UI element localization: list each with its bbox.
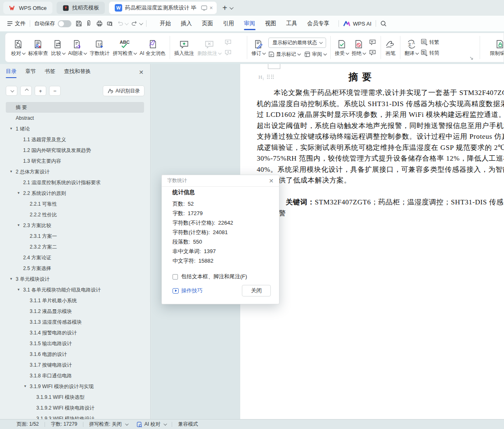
toc-item[interactable]: ▼2.3 方案比较 [6, 220, 144, 231]
ai-recognize-toc-button[interactable]: AI识别目录 [103, 85, 144, 96]
new-tab-button[interactable]: + [222, 3, 227, 13]
sidebar-tab-chapter[interactable]: 章节 [25, 64, 36, 81]
ai-polish-button[interactable]: AI 全文润色 [138, 34, 167, 61]
toc-item[interactable]: 摘 要 [6, 102, 144, 113]
collapse-arrow-icon[interactable]: ▼ [17, 188, 20, 199]
toc-item[interactable]: ▼3.1.9 WIFI 模块的设计与实现 [6, 381, 144, 392]
prev-comment-icon[interactable] [225, 39, 232, 45]
close-button[interactable]: 关闭 [242, 285, 271, 296]
expand-all-button[interactable] [20, 86, 32, 96]
status-spellcheck[interactable]: 拼写检查: 关闭 [89, 421, 128, 428]
document-page[interactable]: H₁ 摘 要 本论文聚焦于药品柜环境管理需求,设计并实现了一套基于 STM32F… [240, 64, 504, 419]
sidebar-tab-find-replace[interactable]: 查找和替换 [64, 64, 91, 81]
track-changes-button[interactable]: 修订 [250, 34, 267, 61]
collapse-arrow-icon[interactable]: ▼ [17, 284, 20, 295]
toc-item[interactable]: 3.1.6 电源的设计 [6, 349, 144, 360]
collapse-arrow-icon[interactable]: ▼ [24, 381, 27, 392]
toc-item[interactable]: ▼2.2 系统设计的原则 [6, 188, 144, 199]
toc-item[interactable]: 3.1.9.1 WIFI 模块选型 [6, 392, 144, 403]
output-pdf-icon[interactable] [86, 20, 92, 27]
menu-review[interactable]: 审阅 [244, 16, 255, 31]
menu-tools[interactable]: 工具 [286, 16, 297, 31]
toc-item[interactable]: 2.3.1 方案一 [6, 231, 144, 242]
brush-button[interactable]: 画笔 [383, 34, 398, 61]
tab-document[interactable]: W 药品柜温湿度监测系统设计 毕 × [109, 2, 217, 14]
toc-item[interactable]: 3.1.4 报警电路的设计 [6, 327, 144, 338]
checkbox-icon[interactable] [173, 274, 178, 280]
proofread-button[interactable]: 校对 [9, 34, 26, 61]
toc-item[interactable]: ▼3.1 各单元模块功能介绍及电路设计 [6, 284, 144, 295]
toc-item[interactable]: Abstract [6, 113, 144, 123]
toc-item[interactable]: 1.3 研究主要内容 [6, 156, 144, 166]
to-traditional-button[interactable]: 简 转繁 [421, 39, 439, 46]
sidebar-tab-toc[interactable]: 目录 [6, 64, 17, 81]
collapse-arrow-icon[interactable]: ▼ [17, 220, 20, 231]
tab-list-dropdown-icon[interactable] [230, 5, 234, 9]
toc-item[interactable]: 3.1.3 温湿度传感器模块 [6, 317, 144, 327]
tips-link[interactable]: 操作技巧 [173, 287, 203, 294]
sidebar-tab-bookmark[interactable]: 书签 [45, 64, 55, 81]
toc-item[interactable]: 3.1.9.2 WIFI 模块电路设计 [6, 403, 144, 413]
show-markup-button[interactable]: 显示标记 [268, 51, 300, 58]
review-mode-button[interactable]: 审阅 [304, 51, 326, 58]
toc-item[interactable]: 3.1.1 单片机最小系统 [6, 295, 144, 306]
tab-docer[interactable]: 找稻壳模板 [57, 2, 105, 14]
next-change-icon[interactable] [369, 50, 376, 56]
delete-comment-button[interactable]: 删除批注 [196, 34, 222, 61]
standard-review-button[interactable]: 标准审查 [26, 34, 50, 61]
reject-button[interactable]: 拒绝 [350, 34, 367, 61]
collapse-arrow-icon[interactable]: ▼ [9, 123, 13, 134]
menu-reference[interactable]: 引用 [223, 16, 234, 31]
spell-check-button[interactable]: ABC 拼写检查 [111, 34, 138, 61]
toc-item[interactable]: 3.1.2 液晶显示模块 [6, 306, 144, 317]
word-count-button[interactable]: 12 字数统计 [88, 34, 111, 61]
search-icon[interactable] [380, 20, 387, 27]
menu-home[interactable]: 开始 [160, 16, 171, 31]
prev-change-icon[interactable] [369, 39, 376, 45]
redo-icon[interactable] [131, 21, 138, 26]
collapse-all-button[interactable] [6, 86, 17, 96]
wps-ai-button[interactable]: WPS AI [343, 21, 371, 27]
toc-item[interactable]: ▼3 单元模块设计 [6, 274, 144, 284]
dialog-close-icon[interactable]: ✕ [269, 178, 274, 184]
undo-icon[interactable] [117, 21, 123, 26]
print-preview-icon[interactable] [106, 20, 113, 27]
insert-comment-button[interactable]: 插入批注 [173, 34, 196, 61]
status-compat-mode[interactable]: 兼容模式 [178, 421, 198, 428]
tab-wps-office[interactable]: WPS Office [3, 2, 52, 14]
autosave-toggle[interactable] [58, 20, 71, 27]
toc-item[interactable]: 2.3.2 方案二 [6, 242, 144, 252]
menu-view[interactable]: 视图 [265, 16, 276, 31]
toc-item[interactable]: 1.1 选题背景及意义 [6, 134, 144, 145]
zoom-in-outline-button[interactable]: + [35, 86, 46, 96]
zoom-out-outline-button[interactable]: − [49, 86, 61, 96]
menu-insert[interactable]: 插入 [181, 16, 192, 31]
toc-item[interactable]: 2.1 温湿度控制系统的设计指标要求 [6, 177, 144, 188]
translate-button[interactable]: 文A 翻译 [403, 34, 420, 61]
ai-read-button[interactable]: AI朗读 [66, 34, 88, 61]
toc-item[interactable]: 3.1.7 按键电路设计 [6, 360, 144, 370]
toc-item[interactable]: 2.2.1 可靠性 [6, 199, 144, 209]
menu-page[interactable]: 页面 [202, 16, 213, 31]
toc-item[interactable]: 1.2 国内外研究现状及发展趋势 [6, 145, 144, 156]
compare-button[interactable]: 比较 [50, 34, 66, 61]
print-icon[interactable] [96, 20, 103, 27]
menu-member[interactable]: 会员专享 [307, 16, 329, 31]
include-footnotes-checkbox-row[interactable]: 包括文本框、脚注和尾注(F) [173, 273, 279, 280]
toc-item[interactable]: 2.5 方案选择 [6, 263, 144, 274]
save-icon[interactable] [76, 20, 82, 27]
file-menu[interactable]: 文件 [7, 20, 26, 27]
collapse-arrow-icon[interactable]: ▼ [9, 166, 13, 177]
status-words[interactable]: 字数: 17279 [51, 421, 77, 428]
markup-state-select[interactable]: 显示标记的最终状态 [268, 38, 326, 48]
status-ai-proof[interactable]: AI 校对 [137, 421, 166, 428]
toc-item[interactable]: 3.1.8 串口通信电路 [6, 370, 144, 381]
toc-item[interactable]: 3.1.5 输出电路设计 [6, 338, 144, 349]
tab-close-icon[interactable]: × [210, 5, 213, 11]
group-expand-icon[interactable] [470, 57, 473, 60]
to-simplified-button[interactable]: 繁 转简 [421, 50, 439, 57]
status-page[interactable]: 页面: 1/52 [17, 421, 39, 428]
toc-item[interactable]: ▼1 绪论 [6, 123, 144, 134]
sidebar-close-icon[interactable]: ✕ [139, 69, 144, 76]
redo-dropdown-icon[interactable] [139, 21, 143, 25]
